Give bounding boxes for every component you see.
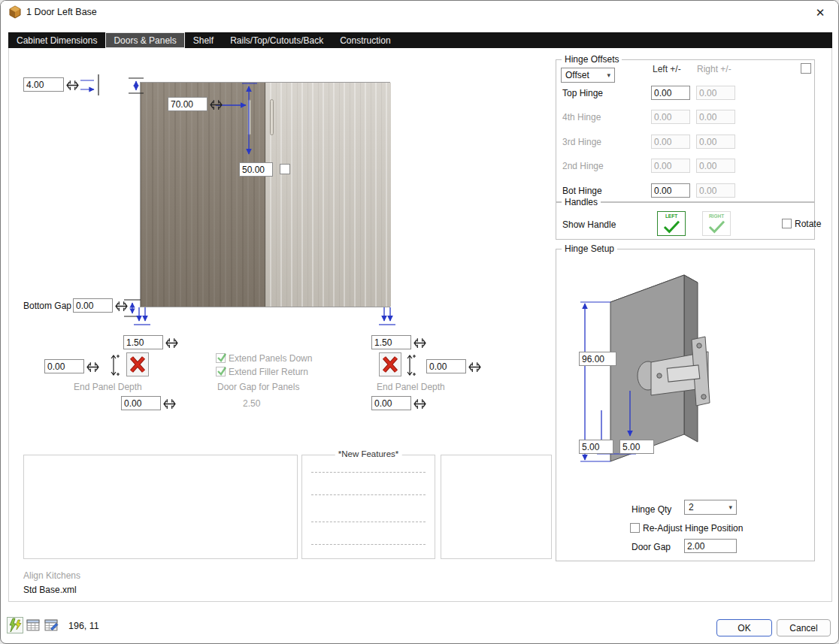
template-file-label: Std Base.xml bbox=[23, 585, 77, 595]
door-preview-image bbox=[140, 82, 390, 307]
new-features-box: *New Features* bbox=[301, 455, 435, 559]
handle-mid-input[interactable] bbox=[239, 162, 273, 177]
show-handle-label: Show Handle bbox=[562, 219, 616, 230]
tab-cabinet-dimensions[interactable]: Cabinet Dimensions bbox=[8, 32, 105, 48]
tab-shelf[interactable]: Shelf bbox=[185, 32, 222, 48]
cursor-coordinates: 196, 11 bbox=[68, 621, 99, 631]
left-end-panel-depth-dimension-icon[interactable] bbox=[163, 397, 177, 410]
bottom-gap-input[interactable] bbox=[73, 298, 113, 313]
handle-top-input[interactable] bbox=[168, 97, 207, 111]
check-icon bbox=[703, 219, 730, 234]
top-gap-input[interactable] bbox=[23, 77, 64, 92]
app-icon bbox=[8, 5, 22, 19]
chevron-down-icon: ▾ bbox=[607, 71, 610, 79]
top-hinge-right-input bbox=[696, 86, 735, 100]
bottom-gap-dimension-icon[interactable] bbox=[115, 299, 129, 313]
extend-panels-down-label: Extend Panels Down bbox=[229, 353, 312, 364]
handle-top-dimension-icon[interactable] bbox=[210, 98, 223, 111]
hinge-setup-title: Hinge Setup bbox=[562, 243, 617, 254]
new-features-title: *New Features* bbox=[335, 449, 402, 458]
handles-group: Handles Show Handle LEFT RIGHT Rotate bbox=[556, 202, 815, 240]
offset-mode-dropdown[interactable]: Offset ▾ bbox=[561, 68, 615, 83]
left-panel-offset-input[interactable] bbox=[44, 359, 84, 373]
hinge-height-input[interactable] bbox=[579, 352, 616, 366]
rotate-checkbox[interactable] bbox=[782, 219, 792, 228]
door-gap-line bbox=[265, 83, 265, 307]
hinge-setup-group: Hinge Setup bbox=[556, 249, 815, 561]
hinge-qty-dropdown[interactable]: 2 ▾ bbox=[684, 500, 737, 515]
rotate-label: Rotate bbox=[795, 219, 821, 229]
extend-filler-return-checkbox bbox=[216, 367, 226, 376]
right-end-panel-depth-dimension-icon[interactable] bbox=[413, 397, 427, 410]
hinge-bottom-offset-input[interactable] bbox=[579, 440, 613, 454]
right-panel-vertical-adjust-icon[interactable] bbox=[404, 353, 416, 377]
table-edit-icon[interactable] bbox=[44, 618, 59, 633]
cancel-button[interactable]: Cancel bbox=[777, 619, 831, 636]
fourth-hinge-right-input bbox=[696, 110, 735, 124]
fourth-hinge-left-input bbox=[651, 110, 690, 124]
tab-rails-top-cutouts-back[interactable]: Rails/Top/Cutouts/Back bbox=[222, 32, 332, 48]
right-panel-thickness-dimension-icon[interactable] bbox=[413, 336, 427, 349]
right-panel-offset-input[interactable] bbox=[426, 359, 466, 373]
readjust-hinge-label: Re-Adjust Hinge Position bbox=[643, 523, 743, 534]
top-hinge-label: Top Hinge bbox=[562, 88, 603, 98]
title-bar: 1 Door Left Base ✕ bbox=[1, 1, 838, 23]
left-end-panel-delete-button[interactable] bbox=[126, 352, 149, 376]
right-door-handle bbox=[270, 99, 274, 135]
dashed-divider bbox=[311, 494, 426, 495]
right-panel-thickness-input[interactable] bbox=[371, 335, 411, 349]
top-hinge-left-input[interactable] bbox=[651, 86, 690, 100]
show-left-handle-button[interactable]: LEFT bbox=[657, 211, 686, 236]
offset-mode-value: Offset bbox=[565, 70, 589, 80]
bot-hinge-label: Bot Hinge bbox=[562, 186, 602, 196]
tab-doors-panels[interactable]: Doors & Panels bbox=[105, 32, 184, 48]
dialog-window: 1 Door Left Base ✕ Cabinet Dimensions Do… bbox=[0, 0, 839, 644]
top-gap-dimension-icon[interactable] bbox=[66, 78, 80, 92]
refresh-lightning-icon[interactable] bbox=[7, 617, 23, 633]
hinge-door-gap-input[interactable] bbox=[684, 539, 737, 553]
handle-mid-checkbox[interactable] bbox=[280, 164, 290, 174]
show-right-handle-button: RIGHT bbox=[702, 211, 731, 236]
right-end-panel-depth-input[interactable] bbox=[371, 396, 411, 410]
handles-title: Handles bbox=[562, 197, 601, 207]
bot-hinge-left-input[interactable] bbox=[651, 183, 690, 198]
extend-panels-down-checkbox bbox=[216, 353, 226, 363]
dashed-divider bbox=[311, 472, 426, 473]
hinge-qty-label: Hinge Qty bbox=[632, 504, 671, 515]
check-icon bbox=[658, 219, 685, 234]
tab-construction[interactable]: Construction bbox=[332, 32, 398, 48]
third-hinge-right-input bbox=[696, 135, 735, 149]
door-right-panel bbox=[265, 83, 391, 307]
hinge-offsets-group: Hinge Offsets Offset ▾ Left +/- Right +/… bbox=[556, 59, 815, 202]
window-title: 1 Door Left Base bbox=[26, 7, 97, 17]
right-end-panel-depth-label: End Panel Depth bbox=[377, 382, 445, 392]
door-left-panel bbox=[141, 83, 265, 307]
door-gap-for-panels-value: 2.50 bbox=[243, 398, 260, 409]
table-icon[interactable] bbox=[26, 618, 41, 633]
left-panel-offset-dimension-icon[interactable] bbox=[86, 360, 100, 373]
left-panel-thickness-dimension-icon[interactable] bbox=[165, 336, 179, 349]
close-icon[interactable]: ✕ bbox=[808, 3, 832, 22]
col-right-label: Right +/- bbox=[697, 64, 731, 74]
dashed-divider bbox=[311, 544, 426, 545]
bot-hinge-right-input bbox=[696, 183, 735, 198]
right-panel-offset-dimension-icon[interactable] bbox=[468, 360, 482, 373]
tab-bar: Cabinet Dimensions Doors & Panels Shelf … bbox=[8, 32, 832, 48]
hinge-offsets-title: Hinge Offsets bbox=[562, 54, 622, 65]
third-hinge-left-input bbox=[651, 135, 690, 149]
door-gap-for-panels-label: Door Gap for Panels bbox=[217, 382, 299, 392]
fourth-hinge-label: 4th Hinge bbox=[562, 112, 601, 122]
dashed-divider bbox=[311, 522, 426, 522]
left-end-panel-depth-input[interactable] bbox=[121, 396, 161, 410]
readjust-hinge-checkbox[interactable] bbox=[630, 523, 640, 533]
hinge-offsets-checkbox[interactable] bbox=[801, 63, 811, 74]
right-handle-caption: RIGHT bbox=[703, 213, 730, 219]
left-panel-vertical-adjust-icon[interactable] bbox=[108, 353, 120, 377]
right-end-panel-delete-button[interactable] bbox=[379, 352, 401, 376]
left-panel-thickness-input[interactable] bbox=[123, 335, 163, 349]
ok-button[interactable]: OK bbox=[716, 619, 772, 636]
second-hinge-left-input bbox=[651, 159, 690, 173]
col-left-label: Left +/- bbox=[653, 64, 681, 74]
notes-box-right bbox=[441, 455, 552, 559]
hinge-side-offset-input[interactable] bbox=[619, 440, 654, 454]
